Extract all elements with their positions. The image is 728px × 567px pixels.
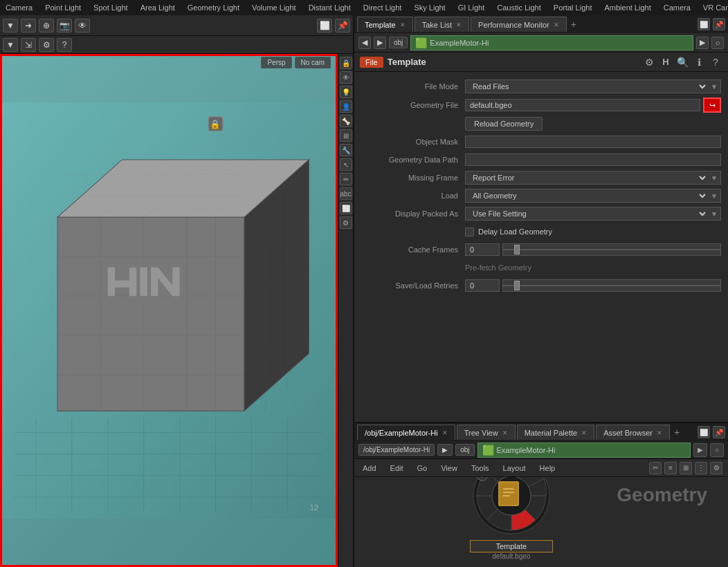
vp-maximize-icon[interactable]: ⬜ bbox=[317, 19, 332, 32]
bottom-grid2-icon[interactable]: ⊞ bbox=[680, 462, 692, 474]
bottom-tab-pin-icon[interactable]: 📌 bbox=[713, 426, 725, 438]
bottom-circle-icon[interactable]: ○ bbox=[710, 443, 724, 457]
tab-obj-close[interactable]: ✕ bbox=[442, 429, 448, 436]
cache-frames-input[interactable] bbox=[465, 243, 500, 256]
tab-take-list-close[interactable]: ✕ bbox=[456, 21, 462, 28]
menu-sky-light[interactable]: Sky Light bbox=[411, 2, 448, 13]
bottom-list-icon[interactable]: ≡ bbox=[664, 462, 677, 474]
tab-obj-example[interactable]: /obj/ExampleMotor-Hi ✕ bbox=[357, 425, 455, 440]
menu-distant-light[interactable]: Distant Light bbox=[306, 2, 354, 13]
tab-icon-pin[interactable]: 📌 bbox=[713, 18, 725, 30]
menu-view[interactable]: View bbox=[438, 463, 460, 474]
file-mode-select[interactable]: Read Files bbox=[466, 80, 708, 93]
bottom-settings-icon[interactable]: ⚙ bbox=[710, 462, 722, 474]
menu-point-light[interactable]: Point Light bbox=[42, 2, 84, 13]
menu-geometry-light[interactable]: Geometry Light bbox=[185, 2, 242, 13]
frame-icon[interactable]: ⬜ bbox=[340, 202, 352, 214]
tab-asset-browser[interactable]: Asset Browser ✕ bbox=[596, 425, 670, 440]
tab-icon-square[interactable]: ⬜ bbox=[698, 18, 710, 30]
bottom-tool-icon[interactable]: ✂ bbox=[649, 462, 662, 474]
menu-camera2[interactable]: Camera bbox=[661, 2, 693, 13]
gear-icon[interactable]: ⚙ bbox=[642, 55, 656, 69]
vp-help-icon[interactable]: ? bbox=[57, 38, 72, 52]
eye-icon[interactable]: 👁 bbox=[340, 71, 352, 84]
menu-portal-light[interactable]: Portal Light bbox=[551, 2, 595, 13]
display-packed-select[interactable]: Use File Setting bbox=[466, 207, 708, 220]
file-button[interactable]: File bbox=[360, 57, 383, 68]
viewport-area[interactable]: 🔒 Persp No cam 12 bbox=[0, 54, 338, 567]
node-type-button[interactable]: obj bbox=[389, 37, 408, 48]
person-icon[interactable]: 👤 bbox=[340, 100, 352, 113]
bottom-content[interactable]: Geometry bbox=[354, 477, 728, 567]
menu-vr-camera[interactable]: VR Camera bbox=[700, 2, 728, 13]
save-load-retries-thumb[interactable] bbox=[514, 281, 520, 290]
tab-material-close[interactable]: ✕ bbox=[581, 429, 587, 436]
vp-arrow-down-icon[interactable]: ▼ bbox=[3, 19, 18, 32]
arrow-icon[interactable]: ↖ bbox=[340, 158, 352, 171]
tab-perf-close[interactable]: ✕ bbox=[554, 21, 559, 28]
bottom-nav-arrow-icon[interactable]: ▶ bbox=[693, 443, 707, 457]
persp-button[interactable]: Persp bbox=[261, 57, 291, 68]
vp-view-icon[interactable]: 👁 bbox=[75, 19, 90, 32]
bottom-tab-add-button[interactable]: + bbox=[671, 427, 682, 438]
menu-spot-light[interactable]: Spot Light bbox=[91, 2, 131, 13]
circle-button[interactable]: ○ bbox=[711, 37, 724, 49]
geometry-file-browse-button[interactable]: ↪ bbox=[703, 97, 721, 113]
load-select[interactable]: All Geometry bbox=[466, 189, 708, 202]
vp-walk-icon[interactable]: ➜ bbox=[21, 19, 36, 32]
menu-go[interactable]: Go bbox=[415, 463, 430, 474]
search-icon[interactable]: 🔍 bbox=[675, 55, 689, 69]
mag-icon[interactable]: abc bbox=[340, 187, 352, 200]
menu-help[interactable]: Help bbox=[537, 463, 558, 474]
lock-icon[interactable]: 🔒 bbox=[340, 57, 352, 69]
bone-icon[interactable]: 🦴 bbox=[340, 115, 352, 127]
no-cam-button[interactable]: No cam bbox=[295, 57, 331, 68]
menu-layout[interactable]: Layout bbox=[500, 463, 529, 474]
delay-load-checkbox[interactable] bbox=[465, 227, 474, 236]
h-icon[interactable]: H bbox=[659, 55, 673, 69]
menu-tools[interactable]: Tools bbox=[468, 463, 492, 474]
tab-asset-close[interactable]: ✕ bbox=[657, 429, 662, 436]
info-icon[interactable]: ℹ bbox=[692, 55, 706, 69]
back-button[interactable]: ◀ bbox=[358, 37, 371, 49]
object-mask-input[interactable] bbox=[465, 136, 721, 148]
menu-direct-light[interactable]: Direct Light bbox=[361, 2, 405, 13]
geometry-data-path-input[interactable] bbox=[465, 154, 721, 166]
menu-edit[interactable]: Edit bbox=[388, 463, 406, 474]
forward-button[interactable]: ▶ bbox=[374, 37, 386, 49]
menu-add[interactable]: Add bbox=[360, 463, 379, 474]
vp-pin-icon[interactable]: 📌 bbox=[335, 19, 350, 32]
menu-area-light[interactable]: Area Light bbox=[138, 2, 178, 13]
bottom-tab-square-icon[interactable]: ⬜ bbox=[698, 426, 710, 438]
tab-template[interactable]: Template ✕ bbox=[357, 17, 413, 32]
vp-snap-icon[interactable]: ⊕ bbox=[39, 19, 54, 32]
bulb-icon[interactable]: 💡 bbox=[340, 86, 352, 98]
tab-take-list[interactable]: Take List ✕ bbox=[415, 17, 469, 32]
tab-template-close[interactable]: ✕ bbox=[400, 21, 406, 28]
vp-nodes-icon[interactable]: ⚙ bbox=[39, 38, 54, 52]
menu-caustic-light[interactable]: Caustic Light bbox=[494, 2, 544, 13]
save-load-retries-slider[interactable] bbox=[502, 279, 721, 292]
menu-camera[interactable]: Camera bbox=[3, 2, 35, 13]
bottom-back-button[interactable]: /obj/ExampleMotor-Hi bbox=[358, 444, 435, 456]
save-load-retries-input[interactable] bbox=[465, 279, 500, 292]
cache-frames-thumb[interactable] bbox=[514, 245, 520, 254]
menu-volume-light[interactable]: Volume Light bbox=[249, 2, 299, 13]
vp-select-icon[interactable]: ▼ bbox=[3, 38, 18, 52]
menu-gi-light[interactable]: GI Light bbox=[455, 2, 488, 13]
vp-camera-icon[interactable]: 📷 bbox=[57, 19, 72, 32]
bottom-node-type-button[interactable]: obj bbox=[455, 444, 474, 456]
brush-icon[interactable]: ✏ bbox=[340, 173, 352, 185]
geometry-file-input[interactable] bbox=[465, 99, 700, 111]
tab-tree-close[interactable]: ✕ bbox=[502, 429, 508, 436]
cache-frames-slider[interactable] bbox=[502, 243, 721, 256]
menu-ambient-light[interactable]: Ambient Light bbox=[601, 2, 653, 13]
missing-frame-select[interactable]: Report Error bbox=[466, 171, 708, 184]
gear2-icon[interactable]: ⚙ bbox=[340, 216, 352, 229]
grid-icon[interactable]: ⊞ bbox=[340, 129, 352, 142]
tab-add-button[interactable]: + bbox=[568, 19, 579, 30]
tab-performance-monitor[interactable]: Performance Monitor ✕ bbox=[471, 17, 567, 32]
path-select-button[interactable]: ▶ bbox=[696, 37, 709, 49]
tab-material-palette[interactable]: Material Palette ✕ bbox=[517, 425, 594, 440]
tab-tree-view[interactable]: Tree View ✕ bbox=[457, 425, 516, 440]
